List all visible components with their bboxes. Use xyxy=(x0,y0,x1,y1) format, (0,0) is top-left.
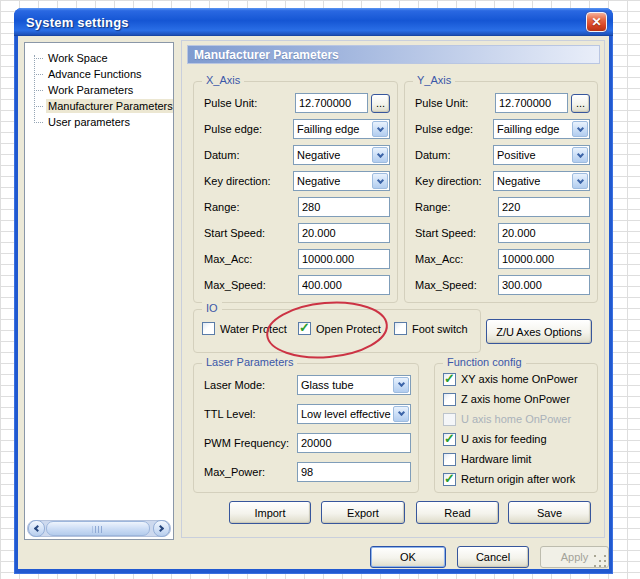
max-power-row: Max_Power: xyxy=(194,457,418,486)
combo-arrow-button[interactable] xyxy=(572,121,588,137)
z-axis-home-checkbox[interactable]: ✓ xyxy=(443,393,456,406)
io-group: IO ✓ Water Protect ✓ Open Protect ✓ Foot xyxy=(193,309,481,353)
y-datum-row: Datum: Positive xyxy=(405,142,597,168)
foot-switch-checkbox[interactable]: ✓ xyxy=(394,322,407,335)
laser-mode-row: Laser Mode: Glass tube xyxy=(194,370,418,399)
tree-connector xyxy=(34,74,43,75)
scrollbar-thumb[interactable] xyxy=(46,521,150,536)
read-button[interactable]: Read xyxy=(416,501,499,524)
save-button[interactable]: Save xyxy=(508,501,591,524)
y-pulse-unit-input[interactable] xyxy=(495,93,568,113)
x-key-direction-row: Key direction: Negative xyxy=(194,168,397,194)
laser-parameters-group: Laser Parameters Laser Mode: Glass tube … xyxy=(193,363,419,493)
y-axis-group-title: Y_Axis xyxy=(413,74,455,86)
title-bar[interactable]: System settings ✕ xyxy=(14,8,613,36)
combo-arrow-button[interactable] xyxy=(372,173,388,189)
x-key-direction-select[interactable]: Negative xyxy=(293,171,390,191)
chevron-down-icon xyxy=(576,176,583,183)
x-max-acc-input[interactable] xyxy=(298,249,390,269)
z-axis-home-option: ✓ Z axis home OnPower xyxy=(435,389,597,409)
laser-mode-select[interactable]: Glass tube xyxy=(297,375,411,395)
x-start-speed-input[interactable] xyxy=(298,223,390,243)
window-title: System settings xyxy=(14,15,129,30)
sidebar-item-work-space[interactable]: Work Space xyxy=(25,50,173,66)
x-max-speed-input[interactable] xyxy=(298,275,390,295)
export-button[interactable]: Export xyxy=(321,501,405,524)
chevron-down-icon xyxy=(576,150,583,157)
y-max-speed-input[interactable] xyxy=(498,275,590,295)
chevron-down-icon xyxy=(576,124,583,131)
combo-arrow-button[interactable] xyxy=(572,147,588,163)
function-config-group-title: Function config xyxy=(443,356,526,368)
y-key-direction-select[interactable]: Negative xyxy=(493,171,590,191)
combo-arrow-button[interactable] xyxy=(372,121,388,137)
x-axis-group: X_Axis Pulse Unit: ... Pulse edge: Faill… xyxy=(193,81,398,303)
io-group-title: IO xyxy=(202,302,222,314)
arrow-left-icon xyxy=(34,525,41,532)
y-datum-select[interactable]: Positive xyxy=(493,145,590,165)
cancel-button[interactable]: Cancel xyxy=(457,546,529,568)
resize-grip[interactable] xyxy=(594,555,607,568)
sidebar-item-user-parameters[interactable]: User parameters xyxy=(25,114,173,130)
import-button[interactable]: Import xyxy=(229,501,311,524)
y-max-acc-row: Max_Acc: xyxy=(405,246,597,272)
panel-header: Manufacturer Parameters xyxy=(187,45,600,64)
combo-arrow-button[interactable] xyxy=(372,147,388,163)
y-start-speed-input[interactable] xyxy=(498,223,590,243)
y-pulse-unit-row: Pulse Unit: ... xyxy=(405,90,597,116)
scroll-left-button[interactable] xyxy=(28,520,45,537)
xy-axis-home-option: ✓ XY axis home OnPower xyxy=(435,369,597,389)
settings-tree: Work Space Advance Functions Work Parame… xyxy=(25,43,173,130)
return-origin-checkbox[interactable]: ✓ xyxy=(443,473,456,486)
sidebar-item-advance-functions[interactable]: Advance Functions xyxy=(25,66,173,82)
check-icon: ✓ xyxy=(444,371,455,386)
tree-connector xyxy=(34,122,43,123)
horizontal-scrollbar[interactable] xyxy=(27,520,171,537)
x-pulse-edge-select[interactable]: Failling edge xyxy=(293,119,390,139)
tree-connector xyxy=(34,58,43,59)
y-pulse-edge-select[interactable]: Failling edge xyxy=(493,119,590,139)
x-datum-select[interactable]: Negative xyxy=(293,145,390,165)
water-protect-checkbox[interactable]: ✓ xyxy=(202,322,215,335)
u-axis-feeding-checkbox[interactable]: ✓ xyxy=(443,433,456,446)
max-power-input[interactable] xyxy=(297,462,411,482)
settings-tree-panel: Work Space Advance Functions Work Parame… xyxy=(24,42,174,540)
x-pulse-unit-input[interactable] xyxy=(295,93,368,113)
ttl-level-row: TTL Level: Low level effective xyxy=(194,399,418,428)
y-range-row: Range: xyxy=(405,194,597,220)
system-settings-dialog: System settings ✕ Work Space Advance Fun… xyxy=(14,8,613,574)
x-range-input[interactable] xyxy=(298,197,390,217)
open-protect-checkbox[interactable]: ✓ xyxy=(298,322,311,335)
x-start-speed-row: Start Speed: xyxy=(194,220,397,246)
y-pulse-unit-more-button[interactable]: ... xyxy=(571,94,590,113)
return-origin-option: ✓ Return origin after work xyxy=(435,469,597,489)
hardware-limit-checkbox[interactable]: ✓ xyxy=(443,453,456,466)
u-axis-home-checkbox: ✓ xyxy=(443,413,456,426)
desktop-background: System settings ✕ Work Space Advance Fun… xyxy=(0,0,640,579)
sidebar-item-manufacturer-parameters[interactable]: Manufacturer Parameters xyxy=(25,98,173,114)
pwm-frequency-row: PWM Frequency: xyxy=(194,428,418,457)
y-max-acc-input[interactable] xyxy=(498,249,590,269)
close-icon: ✕ xyxy=(591,16,601,28)
chevron-down-icon xyxy=(397,380,404,387)
zu-axes-options-button[interactable]: Z/U Axes Options xyxy=(486,319,592,344)
sidebar-item-work-parameters[interactable]: Work Parameters xyxy=(25,82,173,98)
scroll-right-button[interactable] xyxy=(153,520,170,537)
check-icon: ✓ xyxy=(444,431,455,446)
combo-arrow-button[interactable] xyxy=(393,377,409,393)
xy-axis-home-checkbox[interactable]: ✓ xyxy=(443,373,456,386)
pwm-frequency-input[interactable] xyxy=(297,433,411,453)
chevron-down-icon xyxy=(376,176,383,183)
combo-arrow-button[interactable] xyxy=(393,406,409,422)
x-axis-group-title: X_Axis xyxy=(202,74,244,86)
y-range-input[interactable] xyxy=(498,197,590,217)
close-button[interactable]: ✕ xyxy=(586,12,607,32)
ttl-level-select[interactable]: Low level effective xyxy=(297,404,411,424)
arrow-right-icon xyxy=(157,525,164,532)
ok-button[interactable]: OK xyxy=(370,546,446,568)
manufacturer-parameters-panel: Manufacturer Parameters X_Axis Pulse Uni… xyxy=(181,40,605,538)
combo-arrow-button[interactable] xyxy=(572,173,588,189)
x-pulse-unit-more-button[interactable]: ... xyxy=(371,94,390,113)
x-datum-row: Datum: Negative xyxy=(194,142,397,168)
u-axis-feeding-option: ✓ U axis for feeding xyxy=(435,429,597,449)
